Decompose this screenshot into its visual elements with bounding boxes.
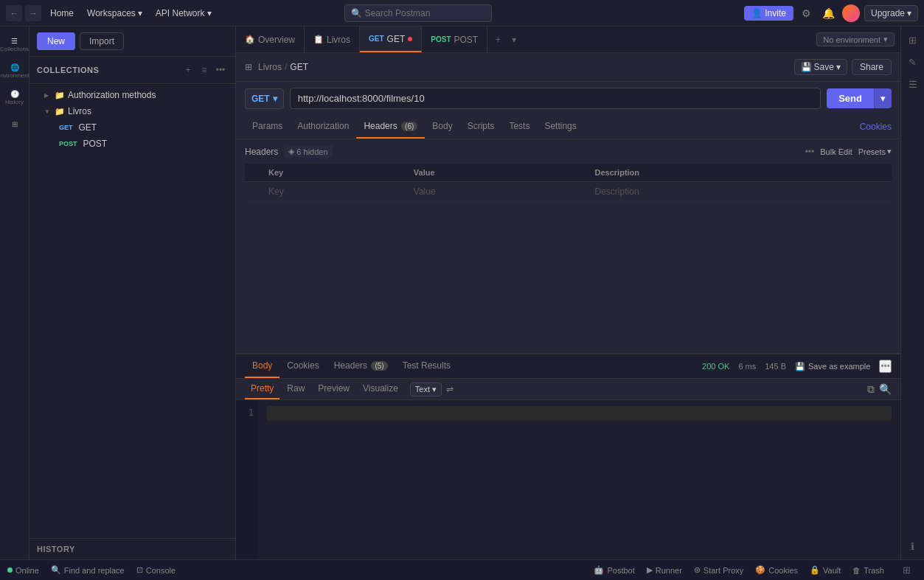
res-tab-cookies[interactable]: Cookies <box>279 354 326 378</box>
trash-button[interactable]: 🗑 Trash <box>852 566 884 575</box>
auth-methods-item[interactable]: ▶ 📁 Authorization methods <box>29 87 235 103</box>
search-input[interactable] <box>365 8 485 18</box>
filter-button[interactable]: ≡ <box>197 63 212 77</box>
res-content-tab-pretty[interactable]: Pretty <box>245 379 279 399</box>
console-button[interactable]: ⊡ Console <box>136 565 176 575</box>
find-replace-button[interactable]: 🔍 Find and replace <box>51 565 125 575</box>
share-button[interactable]: Share <box>852 59 892 75</box>
tab-body[interactable]: Body <box>425 115 459 139</box>
tab-params[interactable]: Params <box>245 115 290 139</box>
tab-livros[interactable]: 📋 Livros <box>305 27 360 52</box>
invite-button[interactable]: 👤 Invite <box>744 6 793 21</box>
forward-button[interactable]: → <box>25 5 41 21</box>
home-icon: 🏠 <box>245 35 255 44</box>
cookies-status-button[interactable]: 🍪 Cookies <box>755 565 798 575</box>
sidebar-icon-environments[interactable]: 🌐 Environments <box>3 59 27 83</box>
more-options-button[interactable]: ••• <box>805 147 815 157</box>
bulk-edit-button[interactable]: Bulk Edit <box>820 147 852 156</box>
search-response-button[interactable]: 🔍 <box>879 383 892 395</box>
layout-toggle-button[interactable]: ⊞ <box>896 560 917 581</box>
text-format-selector[interactable]: Text ▾ <box>410 382 442 396</box>
response-status: 200 OK 6 ms 145 B 💾 Save as example ••• <box>702 360 892 373</box>
sidebar-icon-collections[interactable]: ☰ Collections <box>3 32 27 56</box>
copy-response-button[interactable]: ⧉ <box>867 383 875 396</box>
tab-post[interactable]: POST POST <box>422 27 487 52</box>
value-header: Value <box>408 164 589 182</box>
grid-icon: ⊞ <box>245 62 252 72</box>
tabs-bar: 🏠 Overview 📋 Livros GET GET POST POST + … <box>236 27 900 53</box>
headers-table: Key Value Description Key Value Descript… <box>245 164 892 202</box>
more-options-button[interactable]: ••• <box>213 63 228 77</box>
avatar[interactable] <box>842 4 860 22</box>
value-cell[interactable]: Value <box>408 182 589 202</box>
right-panel-button-2[interactable]: ✎ <box>903 52 923 72</box>
res-tab-headers[interactable]: Headers (5) <box>327 354 395 378</box>
response-more-button[interactable]: ••• <box>879 360 892 373</box>
response-time: 6 ms <box>738 362 756 371</box>
back-button[interactable]: ← <box>6 5 22 21</box>
import-button[interactable]: Import <box>80 32 124 50</box>
description-cell[interactable]: Description <box>589 182 892 202</box>
postbot-button[interactable]: 🤖 Postbot <box>594 565 634 575</box>
breadcrumb-separator: / <box>285 62 287 72</box>
chevron-down-icon: ▾ <box>207 8 212 18</box>
tab-tests[interactable]: Tests <box>501 115 537 139</box>
save-button[interactable]: 💾 Save ▾ <box>794 59 847 75</box>
send-dropdown-button[interactable]: ▾ <box>874 88 892 108</box>
key-cell[interactable]: Key <box>263 182 408 202</box>
get-label: GET <box>79 122 97 133</box>
breadcrumb: Livros / GET <box>258 62 788 72</box>
wrap-button[interactable]: ⇌ <box>446 384 454 394</box>
tab-overview[interactable]: 🏠 Overview <box>236 27 305 52</box>
settings-button[interactable]: ⚙ <box>798 4 816 22</box>
add-tab-button[interactable]: + <box>490 32 505 47</box>
api-network-nav[interactable]: API Network ▾ <box>151 6 216 21</box>
res-content-tab-visualize[interactable]: Visualize <box>357 379 404 399</box>
sidebar-icon-history[interactable]: 🕐 History <box>3 85 27 109</box>
tab-scripts[interactable]: Scripts <box>460 115 502 139</box>
collection-icon: 📋 <box>313 35 324 44</box>
right-panel-button-3[interactable]: ☰ <box>903 74 923 94</box>
right-panel-button-4[interactable]: ℹ <box>903 536 923 556</box>
post-item[interactable]: POST POST <box>29 136 235 152</box>
eye-icon: ◈ <box>288 147 294 156</box>
res-content-tab-preview[interactable]: Preview <box>312 379 355 399</box>
res-tab-body[interactable]: Body <box>245 354 279 378</box>
res-tab-test-results[interactable]: Test Results <box>395 354 458 378</box>
new-button[interactable]: New <box>37 32 75 50</box>
home-nav[interactable]: Home <box>46 6 78 21</box>
more-tabs-button[interactable]: ▾ <box>507 32 521 47</box>
history-label: History <box>29 539 235 559</box>
tab-overview-label: Overview <box>258 35 295 45</box>
url-input[interactable] <box>290 88 821 109</box>
livros-folder-item[interactable]: ▼ 📁 Livros <box>29 103 235 119</box>
vault-button[interactable]: 🔒 Vault <box>810 565 841 575</box>
tab-authorization[interactable]: Authorization <box>290 115 356 139</box>
collections-title: Collections <box>37 66 178 74</box>
get-item[interactable]: GET GET <box>29 119 235 136</box>
tab-settings[interactable]: Settings <box>537 115 583 139</box>
hidden-count: 6 hidden <box>296 147 327 156</box>
code-content[interactable] <box>258 400 900 559</box>
runner-button[interactable]: ▶ Runner <box>647 565 682 575</box>
online-status[interactable]: Online <box>7 566 39 575</box>
text-format-label: Text <box>415 385 430 394</box>
tab-headers[interactable]: Headers (6) <box>356 115 425 139</box>
add-collection-button[interactable]: + <box>181 63 195 77</box>
sidebar-icon-explore[interactable]: ⊞ <box>3 112 27 136</box>
res-content-tab-raw[interactable]: Raw <box>281 379 310 399</box>
start-proxy-button[interactable]: ⊛ Start Proxy <box>694 565 743 575</box>
cookies-link[interactable]: Cookies <box>860 122 892 132</box>
send-button[interactable]: Send <box>827 88 874 108</box>
method-selector[interactable]: GET ▾ <box>245 88 284 109</box>
search-bar[interactable]: 🔍 <box>344 4 492 22</box>
save-example-button[interactable]: 💾 Save as example <box>795 362 870 371</box>
upgrade-button[interactable]: Upgrade ▾ <box>864 5 918 21</box>
right-panel-button-1[interactable]: ⊞ <box>903 29 923 50</box>
env-selector[interactable]: No environment ▾ <box>816 32 895 46</box>
top-right-actions: 👤 Invite ⚙ 🔔 Upgrade ▾ <box>744 4 918 22</box>
notifications-button[interactable]: 🔔 <box>820 4 838 22</box>
tab-get[interactable]: GET GET <box>360 27 422 52</box>
workspaces-nav[interactable]: Workspaces ▾ <box>83 6 147 21</box>
presets-button[interactable]: Presets ▾ <box>858 147 892 156</box>
